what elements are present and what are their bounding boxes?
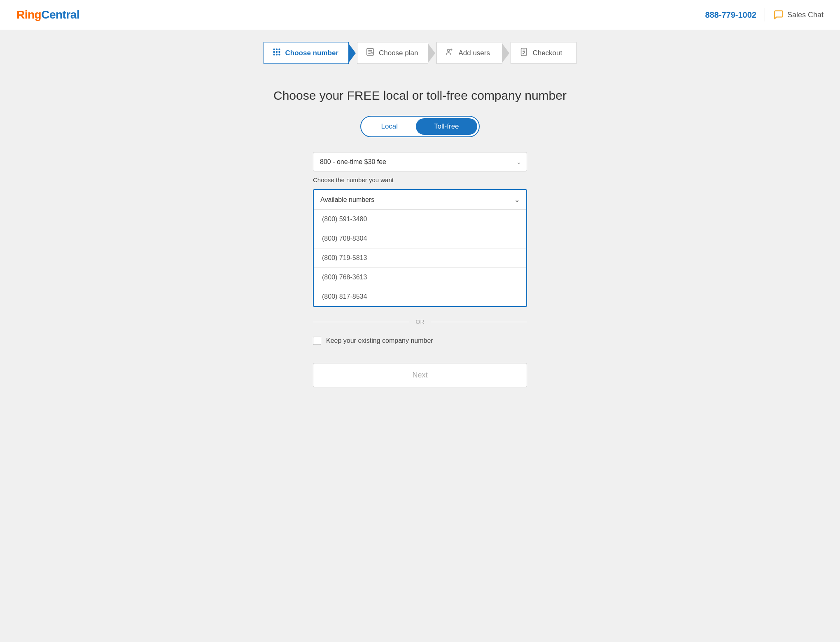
header-right: 888-779-1002 Sales Chat bbox=[705, 8, 824, 21]
or-divider: OR bbox=[313, 319, 527, 325]
sales-chat-button[interactable]: Sales Chat bbox=[773, 9, 824, 20]
number-type-toggle: Local Toll-free bbox=[360, 116, 479, 137]
form-area: 800 - one-time $30 fee ⌄ Choose the numb… bbox=[313, 152, 527, 387]
number-item-2[interactable]: (800) 719-5813 bbox=[314, 248, 526, 268]
step-add-users[interactable]: Add users bbox=[436, 42, 502, 64]
svg-point-2 bbox=[279, 49, 280, 50]
svg-point-13 bbox=[448, 49, 450, 52]
available-numbers-label: Available numbers bbox=[320, 196, 374, 204]
number-item-1[interactable]: (800) 708-8304 bbox=[314, 229, 526, 248]
svg-point-5 bbox=[279, 52, 280, 53]
number-dropdown-arrow: ⌄ bbox=[514, 196, 520, 204]
chat-icon bbox=[773, 9, 784, 20]
keep-existing-checkbox[interactable] bbox=[313, 337, 321, 345]
step-choose-plan[interactable]: Choose plan bbox=[357, 42, 428, 64]
sales-chat-label: Sales Chat bbox=[787, 11, 824, 19]
number-item-4[interactable]: (800) 817-8534 bbox=[314, 287, 526, 306]
keep-existing-text: Keep your existing company number bbox=[326, 337, 433, 344]
logo: RingCentral bbox=[16, 8, 79, 21]
step-label-add-users: Add users bbox=[458, 49, 490, 57]
tollfree-toggle-button[interactable]: Toll-free bbox=[416, 118, 477, 135]
svg-point-0 bbox=[273, 49, 275, 50]
number-list: (800) 591-3480 (800) 708-8304 (800) 719-… bbox=[314, 210, 526, 306]
step-label-choose-plan: Choose plan bbox=[379, 49, 418, 57]
next-button[interactable]: Next bbox=[313, 363, 527, 387]
prefix-select[interactable]: 800 - one-time $30 fee bbox=[313, 152, 527, 171]
logo-central: Central bbox=[41, 8, 79, 21]
number-dropdown-header[interactable]: Available numbers ⌄ bbox=[314, 190, 526, 210]
page-title: Choose your FREE local or toll-free comp… bbox=[273, 89, 567, 103]
phone-number[interactable]: 888-779-1002 bbox=[705, 10, 756, 20]
step-icon-checkout bbox=[519, 47, 528, 59]
step-choose-number[interactable]: Choose number bbox=[264, 42, 349, 64]
step-checkout[interactable]: Checkout bbox=[511, 42, 576, 64]
header: RingCentral 888-779-1002 Sales Chat bbox=[0, 0, 840, 30]
or-text: OR bbox=[416, 319, 425, 325]
number-item-0[interactable]: (800) 591-3480 bbox=[314, 210, 526, 229]
number-dropdown: Available numbers ⌄ (800) 591-3480 (800)… bbox=[313, 189, 527, 307]
svg-rect-14 bbox=[521, 48, 527, 56]
step-icon-choose-number bbox=[272, 47, 281, 59]
step-icon-choose-plan bbox=[366, 47, 375, 59]
logo-ring: Ring bbox=[16, 8, 41, 21]
svg-point-4 bbox=[276, 52, 277, 53]
steps: Choose number Choose plan bbox=[264, 42, 577, 64]
svg-point-1 bbox=[276, 49, 277, 50]
svg-point-8 bbox=[279, 54, 280, 55]
step-icon-add-users bbox=[445, 47, 454, 59]
choose-number-label: Choose the number you want bbox=[313, 176, 527, 183]
step-label-checkout: Checkout bbox=[532, 49, 562, 57]
main-content: Choose your FREE local or toll-free comp… bbox=[0, 72, 840, 412]
steps-container: Choose number Choose plan bbox=[0, 30, 840, 72]
svg-point-6 bbox=[273, 54, 275, 55]
svg-point-3 bbox=[273, 52, 275, 53]
svg-point-7 bbox=[276, 54, 277, 55]
prefix-select-wrapper: 800 - one-time $30 fee ⌄ bbox=[313, 152, 527, 171]
header-divider bbox=[765, 8, 765, 21]
keep-existing-label[interactable]: Keep your existing company number bbox=[313, 337, 527, 345]
step-label-choose-number: Choose number bbox=[285, 49, 338, 57]
number-item-3[interactable]: (800) 768-3613 bbox=[314, 268, 526, 287]
local-toggle-button[interactable]: Local bbox=[363, 118, 416, 135]
